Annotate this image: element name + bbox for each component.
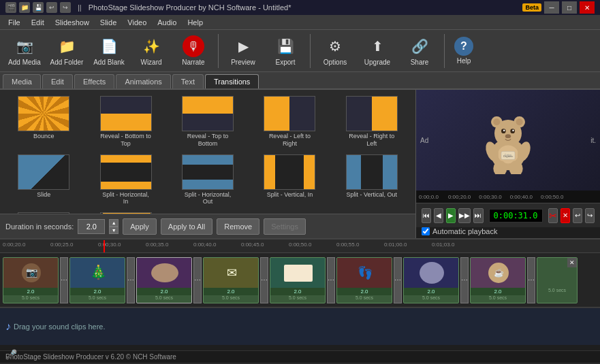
menu-edit[interactable]: Edit: [26, 17, 50, 28]
undo-button[interactable]: ↩: [573, 208, 582, 223]
menu-file[interactable]: File: [3, 17, 26, 28]
apply-button[interactable]: Apply: [123, 218, 157, 235]
transition-split-v-in[interactable]: Split - Vertical, In: [250, 152, 329, 208]
tc-0: 0:00;0.0: [419, 194, 439, 200]
preview-button[interactable]: ▶ Preview: [223, 33, 264, 69]
remove-button[interactable]: Remove: [217, 218, 259, 235]
narrate-label: Narrate: [182, 59, 204, 66]
add-media-button[interactable]: 📷 Add Media: [4, 33, 45, 69]
autoplay-checkbox[interactable]: [422, 227, 430, 235]
app-icon: 🎬: [5, 2, 16, 13]
svg-point-24: [505, 134, 511, 138]
clip-2[interactable]: 🎄 2.0 5.0 secs: [69, 257, 125, 303]
transition-split-h-in[interactable]: Split - Horizontal, In: [86, 152, 165, 208]
tab-animations[interactable]: Animations: [116, 74, 170, 88]
wizard-button[interactable]: ✨ Wizard: [131, 33, 172, 69]
ruler-0: 0:00;20.0: [3, 242, 25, 248]
clip-1[interactable]: 📷 2.0 5.0 secs: [3, 257, 59, 303]
transition-split-h-out[interactable]: Split - Horizontal, Out: [168, 152, 247, 208]
close-button[interactable]: ✕: [580, 1, 595, 14]
next-frame-button[interactable]: ▶▶: [458, 208, 471, 223]
transition-reveal-left-right[interactable]: Reveal - Left to Right: [250, 94, 329, 150]
svg-marker-4: [47, 117, 57, 127]
svg-marker-6: [30, 117, 40, 127]
clip-8[interactable]: ☕ 2.0 5.0 secs: [470, 257, 526, 303]
toolbar-icon-3: 💾: [33, 2, 44, 13]
status-text: PhotoStage Slideshow Producer v 6.20 © N…: [5, 353, 176, 361]
upgrade-button[interactable]: ⬆ Upgrade: [357, 33, 398, 69]
go-end-button[interactable]: ⏭: [473, 208, 483, 223]
svg-rect-0: [18, 97, 69, 131]
transition-reveal-bottom-top[interactable]: Reveal - Bottom to Top: [86, 94, 165, 150]
prev-frame-button[interactable]: ◀: [434, 208, 443, 223]
video-track: 📷 2.0 5.0 secs ⋯ 🎄 2.0 5.0 secs ⋯: [0, 253, 600, 308]
menu-video[interactable]: Video: [122, 17, 152, 28]
transition-reveal-top-bottom[interactable]: Reveal - Top to Bottom: [168, 94, 247, 150]
clip-4-thumb: ✉: [204, 258, 258, 288]
ruler-2: 0:00;30.0: [98, 242, 121, 248]
delete-clip-9-button[interactable]: ✕: [567, 258, 577, 267]
duration-down[interactable]: ▼: [109, 227, 119, 234]
transition-split-v-in-thumb: [264, 154, 315, 190]
transition-reveal-right-left[interactable]: Reveal - Right to Left: [332, 94, 411, 150]
apply-all-button[interactable]: Apply to All: [161, 218, 212, 235]
options-button[interactable]: ⚙ Options: [315, 33, 356, 69]
clip-9[interactable]: 5.0 secs ✕: [537, 257, 578, 303]
tab-edit[interactable]: Edit: [42, 74, 73, 88]
transition-split-v-out-label: Split - Vertical, Out: [347, 191, 398, 199]
add-folder-button[interactable]: 📁 Add Folder: [46, 33, 87, 69]
narrate-button[interactable]: 🎙 Narrate: [173, 33, 214, 69]
clip-4[interactable]: ✉ 2.0 5.0 secs: [203, 257, 259, 303]
settings-button[interactable]: Settings: [264, 218, 306, 235]
menu-audio[interactable]: Audio: [152, 17, 182, 28]
clip-1-thumb: 📷: [3, 258, 58, 288]
transition-wipe-bottom-top-thumb: [18, 212, 69, 214]
play-button[interactable]: ▶: [446, 208, 456, 223]
tab-effects[interactable]: Effects: [74, 74, 114, 88]
tab-transitions[interactable]: Transitions: [205, 74, 259, 88]
maximize-button[interactable]: □: [562, 1, 577, 14]
clip-5[interactable]: 2.0 5.0 secs: [270, 257, 326, 303]
toolbar-icon-5: ↪: [60, 2, 71, 13]
ruler-8: 0:01;00.0: [384, 242, 407, 248]
menu-slideshow[interactable]: Slideshow: [50, 17, 95, 28]
menu-help[interactable]: Help: [182, 17, 208, 28]
title-separator: ||: [78, 3, 82, 12]
clip-6-duration: 2.0: [337, 288, 392, 295]
transition-wipe-top-bottom[interactable]: Wipe - Top to Bottom: [86, 210, 165, 214]
transition-split-v-out[interactable]: Split - Vertical, Out: [332, 152, 411, 208]
menu-slide[interactable]: Slide: [95, 17, 122, 28]
delete-button[interactable]: ✕: [560, 208, 570, 223]
clip-7-thumb: [404, 258, 458, 288]
wipe-bt-svg: [18, 212, 69, 214]
cut-button[interactable]: ✂: [548, 208, 558, 223]
trans-8: ⋯: [527, 257, 535, 303]
tab-text[interactable]: Text: [172, 74, 204, 88]
clip-3-thumb: [137, 258, 191, 288]
duration-bar: Duration in seconds: ▲ ▼ Apply Apply to …: [0, 214, 415, 238]
redo-button[interactable]: ↪: [585, 208, 595, 223]
toolbar-sep-2: [310, 34, 311, 68]
transition-split-v-out-thumb: [346, 154, 398, 190]
tab-media[interactable]: Media: [3, 74, 41, 88]
share-button[interactable]: 🔗 Share: [399, 33, 440, 69]
duration-up[interactable]: ▲: [109, 219, 119, 227]
svg-point-19: [516, 118, 523, 125]
add-folder-label: Add Folder: [50, 59, 84, 66]
microphone-icon: 🎤: [5, 349, 17, 360]
transition-bounce[interactable]: Bounce: [4, 94, 83, 150]
transition-wipe-bottom-top[interactable]: Wipe - Bottom to Top: [4, 210, 83, 214]
clip-3[interactable]: 2.0 5.0 secs: [136, 257, 192, 303]
help-button[interactable]: ? Help: [449, 33, 479, 69]
transition-slide[interactable]: Slide: [4, 152, 83, 208]
ruler-9: 0:01;03.0: [432, 242, 454, 248]
duration-input[interactable]: [78, 219, 105, 234]
titlebar-controls[interactable]: Beta ─ □ ✕: [522, 1, 595, 14]
minimize-button[interactable]: ─: [544, 1, 559, 14]
clip-7[interactable]: 2.0 5.0 secs: [403, 257, 459, 303]
clip-3-svg: [137, 258, 191, 288]
add-blank-button[interactable]: 📄 Add Blank: [89, 33, 129, 69]
export-button[interactable]: 💾 Export: [265, 33, 306, 69]
clip-6[interactable]: 👣 2.0 5.0 secs: [336, 257, 392, 303]
go-start-button[interactable]: ⏮: [422, 208, 431, 223]
